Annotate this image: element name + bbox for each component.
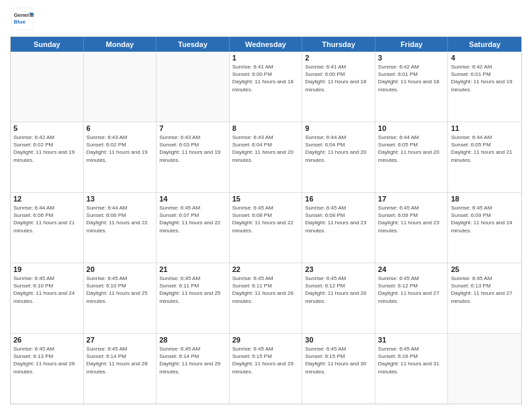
- cal-cell: 14Sunrise: 6:45 AMSunset: 6:07 PMDayligh…: [157, 193, 230, 263]
- cal-cell: 20Sunrise: 6:45 AMSunset: 6:10 PMDayligh…: [84, 263, 157, 333]
- day-number: 20: [87, 265, 154, 273]
- day-number: 11: [451, 124, 519, 132]
- day-info: Sunrise: 6:45 AMSunset: 6:15 PMDaylight:…: [305, 345, 372, 375]
- day-number: 21: [159, 265, 226, 273]
- day-number: 12: [13, 195, 81, 203]
- day-number: 17: [378, 195, 445, 203]
- cal-cell: 9Sunrise: 6:44 AMSunset: 6:04 PMDaylight…: [302, 122, 375, 192]
- day-number: 1: [232, 54, 300, 62]
- cal-cell: [157, 52, 230, 122]
- day-number: 27: [87, 336, 154, 344]
- day-info: Sunrise: 6:45 AMSunset: 6:16 PMDaylight:…: [378, 345, 445, 375]
- cal-cell: 31Sunrise: 6:45 AMSunset: 6:16 PMDayligh…: [375, 334, 449, 404]
- day-info: Sunrise: 6:44 AMSunset: 6:05 PMDaylight:…: [378, 134, 445, 164]
- day-info: Sunrise: 6:45 AMSunset: 6:08 PMDaylight:…: [305, 204, 372, 234]
- day-number: 22: [232, 265, 300, 273]
- day-number: 4: [451, 54, 519, 62]
- day-info: Sunrise: 6:45 AMSunset: 6:09 PMDaylight:…: [451, 204, 519, 234]
- cal-cell: 7Sunrise: 6:43 AMSunset: 6:03 PMDaylight…: [157, 122, 230, 192]
- header-cell-friday: Friday: [375, 37, 449, 52]
- day-info: Sunrise: 6:43 AMSunset: 6:02 PMDaylight:…: [87, 134, 154, 164]
- header: General Blue: [10, 7, 522, 31]
- cal-cell: 22Sunrise: 6:45 AMSunset: 6:11 PMDayligh…: [230, 263, 303, 333]
- day-info: Sunrise: 6:42 AMSunset: 6:01 PMDaylight:…: [451, 63, 519, 93]
- day-number: 18: [451, 195, 519, 203]
- day-number: 28: [159, 336, 226, 344]
- cal-cell: 17Sunrise: 6:45 AMSunset: 6:09 PMDayligh…: [375, 193, 449, 263]
- cal-cell: 24Sunrise: 6:45 AMSunset: 6:12 PMDayligh…: [375, 263, 449, 333]
- logo-icon: General Blue: [10, 7, 34, 31]
- cal-cell: [448, 334, 521, 404]
- cal-cell: 16Sunrise: 6:45 AMSunset: 6:08 PMDayligh…: [302, 193, 375, 263]
- day-info: Sunrise: 6:45 AMSunset: 6:13 PMDaylight:…: [13, 345, 81, 375]
- cal-cell: 3Sunrise: 6:42 AMSunset: 6:01 PMDaylight…: [375, 52, 449, 122]
- day-number: 7: [159, 124, 226, 132]
- day-info: Sunrise: 6:44 AMSunset: 6:06 PMDaylight:…: [13, 204, 81, 234]
- header-cell-sunday: Sunday: [11, 37, 84, 52]
- day-info: Sunrise: 6:41 AMSunset: 6:00 PMDaylight:…: [305, 63, 372, 93]
- cal-cell: 30Sunrise: 6:45 AMSunset: 6:15 PMDayligh…: [302, 334, 375, 404]
- day-info: Sunrise: 6:41 AMSunset: 6:00 PMDaylight:…: [232, 63, 300, 93]
- day-info: Sunrise: 6:42 AMSunset: 6:02 PMDaylight:…: [13, 134, 81, 164]
- header-cell-tuesday: Tuesday: [157, 37, 230, 52]
- day-info: Sunrise: 6:43 AMSunset: 6:03 PMDaylight:…: [159, 134, 226, 164]
- cal-cell: 10Sunrise: 6:44 AMSunset: 6:05 PMDayligh…: [375, 122, 449, 192]
- week-row-0: 1Sunrise: 6:41 AMSunset: 6:00 PMDaylight…: [11, 52, 521, 122]
- cal-cell: 6Sunrise: 6:43 AMSunset: 6:02 PMDaylight…: [84, 122, 157, 192]
- cal-cell: 26Sunrise: 6:45 AMSunset: 6:13 PMDayligh…: [11, 334, 84, 404]
- header-cell-saturday: Saturday: [448, 37, 521, 52]
- day-number: 16: [305, 195, 372, 203]
- header-cell-monday: Monday: [84, 37, 157, 52]
- day-info: Sunrise: 6:45 AMSunset: 6:14 PMDaylight:…: [87, 345, 154, 375]
- day-number: 30: [305, 336, 372, 344]
- day-number: 26: [13, 336, 81, 344]
- day-number: 6: [87, 124, 154, 132]
- cal-cell: 21Sunrise: 6:45 AMSunset: 6:11 PMDayligh…: [157, 263, 230, 333]
- day-info: Sunrise: 6:45 AMSunset: 6:10 PMDaylight:…: [13, 275, 81, 305]
- day-info: Sunrise: 6:45 AMSunset: 6:10 PMDaylight:…: [87, 275, 154, 305]
- day-number: 15: [232, 195, 300, 203]
- cal-cell: 23Sunrise: 6:45 AMSunset: 6:12 PMDayligh…: [302, 263, 375, 333]
- day-info: Sunrise: 6:45 AMSunset: 6:08 PMDaylight:…: [232, 204, 300, 234]
- day-info: Sunrise: 6:45 AMSunset: 6:11 PMDaylight:…: [232, 275, 300, 305]
- cal-cell: 27Sunrise: 6:45 AMSunset: 6:14 PMDayligh…: [84, 334, 157, 404]
- calendar-header: SundayMondayTuesdayWednesdayThursdayFrid…: [11, 37, 521, 52]
- cal-cell: 25Sunrise: 6:45 AMSunset: 6:13 PMDayligh…: [448, 263, 521, 333]
- day-info: Sunrise: 6:45 AMSunset: 6:12 PMDaylight:…: [378, 275, 445, 305]
- day-number: 9: [305, 124, 372, 132]
- day-info: Sunrise: 6:44 AMSunset: 6:04 PMDaylight:…: [305, 134, 372, 164]
- cal-cell: 1Sunrise: 6:41 AMSunset: 6:00 PMDaylight…: [230, 52, 303, 122]
- cal-cell: 18Sunrise: 6:45 AMSunset: 6:09 PMDayligh…: [448, 193, 521, 263]
- day-info: Sunrise: 6:45 AMSunset: 6:13 PMDaylight:…: [451, 275, 519, 305]
- cal-cell: 19Sunrise: 6:45 AMSunset: 6:10 PMDayligh…: [11, 263, 84, 333]
- day-number: 24: [378, 265, 445, 273]
- day-number: 13: [87, 195, 154, 203]
- day-info: Sunrise: 6:45 AMSunset: 6:09 PMDaylight:…: [378, 204, 445, 234]
- cal-cell: 8Sunrise: 6:43 AMSunset: 6:04 PMDaylight…: [230, 122, 303, 192]
- day-info: Sunrise: 6:44 AMSunset: 6:05 PMDaylight:…: [451, 134, 519, 164]
- calendar: SundayMondayTuesdayWednesdayThursdayFrid…: [10, 36, 522, 404]
- cal-cell: 29Sunrise: 6:45 AMSunset: 6:15 PMDayligh…: [230, 334, 303, 404]
- week-row-4: 26Sunrise: 6:45 AMSunset: 6:13 PMDayligh…: [11, 334, 521, 404]
- page: General Blue SundayMondayTuesdayWednesda…: [0, 0, 532, 411]
- day-number: 3: [378, 54, 445, 62]
- day-number: 14: [159, 195, 226, 203]
- day-info: Sunrise: 6:45 AMSunset: 6:15 PMDaylight:…: [232, 345, 300, 375]
- cal-cell: 5Sunrise: 6:42 AMSunset: 6:02 PMDaylight…: [11, 122, 84, 192]
- day-number: 10: [378, 124, 445, 132]
- cal-cell: 2Sunrise: 6:41 AMSunset: 6:00 PMDaylight…: [302, 52, 375, 122]
- cal-cell: 12Sunrise: 6:44 AMSunset: 6:06 PMDayligh…: [11, 193, 84, 263]
- day-info: Sunrise: 6:45 AMSunset: 6:14 PMDaylight:…: [159, 345, 226, 375]
- day-info: Sunrise: 6:42 AMSunset: 6:01 PMDaylight:…: [378, 63, 445, 93]
- header-cell-thursday: Thursday: [302, 37, 375, 52]
- day-info: Sunrise: 6:45 AMSunset: 6:12 PMDaylight:…: [305, 275, 372, 305]
- logo: General Blue: [10, 7, 34, 31]
- day-info: Sunrise: 6:43 AMSunset: 6:04 PMDaylight:…: [232, 134, 300, 164]
- calendar-body: 1Sunrise: 6:41 AMSunset: 6:00 PMDaylight…: [11, 52, 521, 404]
- header-cell-wednesday: Wednesday: [230, 37, 303, 52]
- cal-cell: 28Sunrise: 6:45 AMSunset: 6:14 PMDayligh…: [157, 334, 230, 404]
- cal-cell: 15Sunrise: 6:45 AMSunset: 6:08 PMDayligh…: [230, 193, 303, 263]
- day-info: Sunrise: 6:44 AMSunset: 6:06 PMDaylight:…: [87, 204, 154, 234]
- day-number: 19: [13, 265, 81, 273]
- week-row-1: 5Sunrise: 6:42 AMSunset: 6:02 PMDaylight…: [11, 122, 521, 193]
